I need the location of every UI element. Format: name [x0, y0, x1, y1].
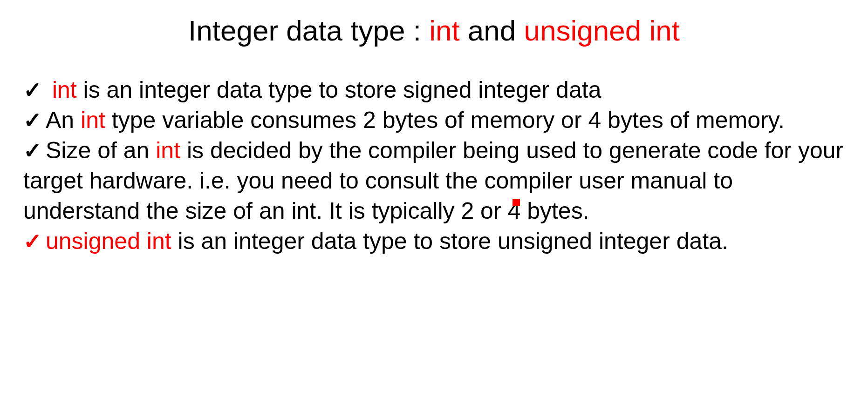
checkmark-icon: ✓ [23, 106, 42, 135]
bullet-text-segment: int [156, 137, 180, 163]
slide-title: Integer data type : int and unsigned int [23, 14, 845, 47]
title-part3: and [460, 14, 524, 47]
bullet-text-segment: unsigned int [46, 228, 171, 254]
bullet-text-segment: is an integer data type to store unsigne… [171, 228, 728, 254]
bullet-text-segment: type variable consumes 2 bytes of memory… [105, 107, 785, 133]
bullet-text-segment: int [46, 77, 77, 103]
bullet-item-2: ✓Size of an int is decided by the compil… [23, 135, 845, 226]
title-part2: int [429, 14, 459, 47]
bullet-item-0: ✓ int is an integer data type to store s… [23, 75, 845, 105]
checkmark-icon: ✓ [23, 76, 42, 105]
laser-pointer-dot [513, 199, 520, 206]
bullet-text-segment: Size of an [46, 137, 156, 163]
bullet-item-3: ✓unsigned int is an integer data type to… [23, 226, 845, 256]
checkmark-icon: ✓ [23, 227, 42, 256]
bullet-text-segment: int [81, 107, 105, 133]
bullet-item-1: ✓An int type variable consumes 2 bytes o… [23, 105, 845, 135]
slide-content: ✓ int is an integer data type to store s… [23, 75, 845, 256]
title-part1: Integer data type : [188, 14, 429, 47]
title-part4: unsigned int [524, 14, 680, 47]
checkmark-icon: ✓ [23, 136, 42, 165]
bullet-text-segment: An [46, 107, 81, 133]
bullet-text-segment: is an integer data type to store signed … [77, 77, 601, 103]
